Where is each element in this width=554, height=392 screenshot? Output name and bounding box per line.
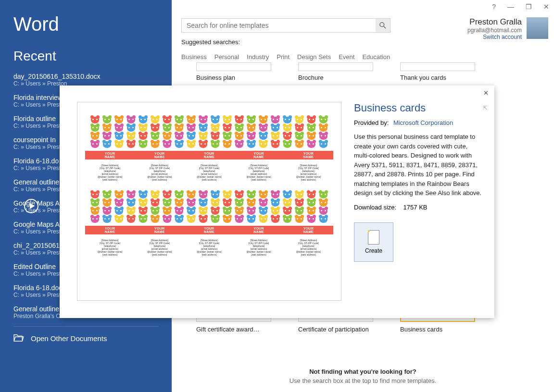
minimize-icon[interactable]: — xyxy=(507,3,514,11)
open-other-documents[interactable]: Open Other Documents xyxy=(13,333,158,343)
template-label: Brochure xyxy=(298,74,373,81)
template-label: Business plan xyxy=(196,74,271,81)
maximize-icon[interactable]: ❐ xyxy=(526,3,532,11)
account-name: Preston Gralla xyxy=(467,17,522,27)
template-description: Use this personal business card template… xyxy=(354,132,483,198)
window-controls: ? — ❐ ✕ xyxy=(492,3,549,11)
close-icon[interactable]: ✕ xyxy=(543,3,549,11)
account-block: Preston Gralla pgralla@hotmail.com Switc… xyxy=(467,17,548,40)
open-other-label: Open Other Documents xyxy=(31,334,107,343)
provider-link[interactable]: Microsoft Corporation xyxy=(393,119,453,126)
suggested-searches: Suggested searches: BusinessPersonalIndu… xyxy=(181,38,451,61)
svg-line-1 xyxy=(384,26,386,28)
template-preview: YOURNAMEYOURNAMEYOURNAMEYOURNAMEYOURNAME… xyxy=(77,102,341,301)
app-title: Word xyxy=(13,13,158,35)
not-finding-title: Not finding what you're looking for? xyxy=(172,368,554,375)
modal-close-button[interactable]: ✕ xyxy=(483,89,489,97)
template-tile[interactable]: Business plan xyxy=(196,62,271,81)
avatar[interactable] xyxy=(527,17,548,39)
template-row-1: Business planBrochureThank you cards xyxy=(196,62,475,81)
search-button[interactable] xyxy=(376,19,390,32)
template-label: Certificate of participation xyxy=(298,326,373,333)
create-label: Create xyxy=(365,247,382,254)
download-size: Download size: 1757 KB xyxy=(354,204,483,211)
account-email: pgralla@hotmail.com xyxy=(467,27,522,34)
suggested-link[interactable]: Industry xyxy=(247,53,269,61)
search-icon xyxy=(379,22,386,29)
pin-icon[interactable]: ⇱ xyxy=(483,105,488,111)
suggested-link[interactable]: Education xyxy=(362,53,390,61)
divider xyxy=(13,326,158,327)
recent-heading: Recent xyxy=(13,49,158,64)
search-bar xyxy=(181,18,390,33)
create-button[interactable]: Create xyxy=(354,222,393,262)
recent-file-name: day_20150616_135310.docx xyxy=(13,73,158,80)
svg-point-0 xyxy=(380,23,384,27)
suggested-link[interactable]: Design Sets xyxy=(297,53,331,61)
switch-account-link[interactable]: Switch account xyxy=(467,34,522,40)
folder-open-icon xyxy=(13,333,24,343)
not-finding-sub: Use the search box at the top to find mo… xyxy=(172,377,554,384)
template-label: Thank you cards xyxy=(400,74,475,81)
suggested-link[interactable]: Event xyxy=(339,53,354,61)
document-icon xyxy=(368,230,379,245)
template-preview-modal: ✕ ⇱ YOURNAMEYOURNAMEYOURNAMEYOURNAMEYOUR… xyxy=(60,86,494,318)
suggested-label: Suggested searches: xyxy=(181,38,240,46)
template-tile[interactable]: Thank you cards xyxy=(400,62,475,81)
suggested-link[interactable]: Personal xyxy=(214,53,239,61)
template-tile[interactable]: Brochure xyxy=(298,62,373,81)
recent-item[interactable]: day_20150616_135310.docxC: » Users » Pre… xyxy=(13,73,158,87)
template-label: Gift certificate award… xyxy=(196,326,271,333)
search-input[interactable] xyxy=(182,19,376,32)
help-icon[interactable]: ? xyxy=(492,3,496,11)
suggested-link[interactable]: Business xyxy=(181,53,207,61)
not-finding-block: Not finding what you're looking for? Use… xyxy=(172,368,554,384)
details-panel: Business cards Provided by: Microsoft Co… xyxy=(354,102,483,262)
play-icon xyxy=(24,199,38,213)
suggested-link[interactable]: Print xyxy=(277,53,290,61)
provided-by: Provided by: Microsoft Corporation xyxy=(354,119,483,126)
template-label: Business cards xyxy=(400,326,475,333)
template-title: Business cards xyxy=(354,102,483,114)
